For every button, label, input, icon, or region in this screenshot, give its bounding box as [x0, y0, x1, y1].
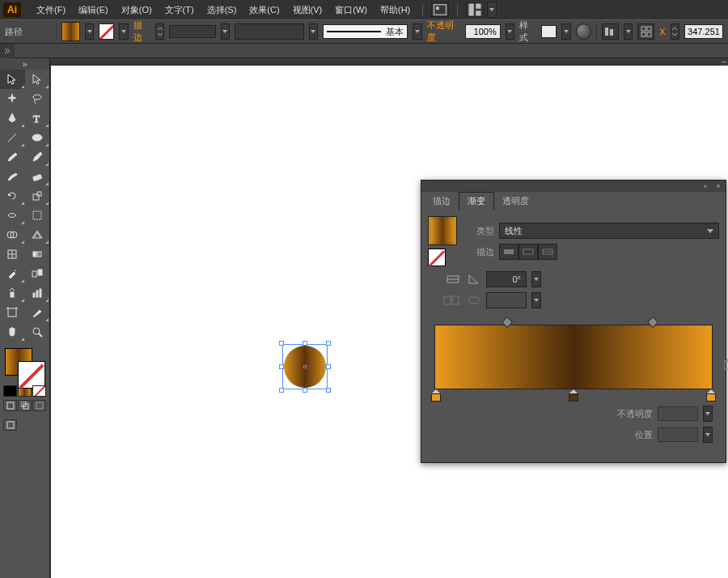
- gradient-stroke-preview[interactable]: [428, 249, 446, 266]
- handle-e[interactable]: [326, 364, 331, 369]
- handle-nw[interactable]: [279, 341, 284, 346]
- aspect-ratio-dropdown[interactable]: [531, 292, 541, 308]
- handle-s[interactable]: [303, 388, 307, 393]
- handle-n[interactable]: [303, 341, 307, 346]
- symbol-sprayer-tool[interactable]: [0, 283, 25, 303]
- zoom-tool[interactable]: [25, 322, 50, 342]
- stroke-indicator[interactable]: [18, 361, 45, 389]
- menu-type[interactable]: 文字(T): [159, 2, 200, 18]
- delete-stop-icon[interactable]: [722, 358, 728, 371]
- stroke-grad-along-icon[interactable]: [518, 244, 538, 260]
- ellipse-tool[interactable]: [25, 128, 50, 147]
- width-tool[interactable]: [0, 206, 25, 225]
- blend-tool[interactable]: [25, 264, 50, 283]
- stop-position-dropdown[interactable]: [703, 427, 713, 443]
- gradient-tool[interactable]: [25, 244, 50, 264]
- gradient-panel[interactable]: « × 描边 渐变 透明度 类型 线性 描边: [421, 180, 726, 463]
- line-tool[interactable]: [0, 128, 25, 147]
- stroke-swatch[interactable]: [99, 23, 114, 40]
- recolor-icon[interactable]: [576, 23, 591, 40]
- free-transform-tool[interactable]: [25, 206, 50, 225]
- paintbrush-tool[interactable]: [0, 147, 25, 167]
- gradient-angle-field[interactable]: 0°: [486, 271, 527, 287]
- hand-tool[interactable]: [0, 322, 25, 342]
- magic-wand-tool[interactable]: [0, 89, 25, 108]
- fill-swatch-dropdown[interactable]: [85, 23, 95, 40]
- handle-ne[interactable]: [326, 341, 331, 346]
- panel-close-icon[interactable]: ×: [714, 182, 722, 190]
- panel-tab-transparency[interactable]: 透明度: [494, 193, 537, 210]
- handle-se[interactable]: [326, 388, 331, 393]
- stroke-grad-across-icon[interactable]: [538, 244, 557, 260]
- stroke-weight-dropdown[interactable]: [221, 23, 231, 40]
- color-mode-none[interactable]: [32, 385, 46, 397]
- stroke-weight-steppers[interactable]: [155, 23, 165, 40]
- opacity-field[interactable]: 100%: [465, 24, 500, 39]
- opacity-label[interactable]: 不透明度: [427, 19, 461, 44]
- menu-help[interactable]: 帮助(H): [375, 2, 416, 18]
- artboard-tool[interactable]: [0, 303, 25, 322]
- brush-dropdown[interactable]: [413, 23, 422, 40]
- stop-opacity-dropdown[interactable]: [703, 406, 713, 422]
- eyedropper-tool[interactable]: [0, 264, 25, 283]
- scale-tool[interactable]: [25, 186, 50, 206]
- draw-behind-icon[interactable]: [18, 400, 32, 411]
- bridge-icon[interactable]: [431, 2, 449, 17]
- arrange-docs-icon[interactable]: [466, 2, 484, 17]
- color-mode-solid[interactable]: [3, 385, 17, 397]
- blob-brush-tool[interactable]: [0, 167, 25, 186]
- mesh-tool[interactable]: [0, 244, 25, 264]
- selected-shape[interactable]: [279, 341, 331, 393]
- stroke-label[interactable]: 描边: [133, 19, 150, 44]
- gradient-stop[interactable]: [706, 389, 716, 401]
- stroke-weight-field[interactable]: [169, 25, 215, 38]
- menu-object[interactable]: 对象(O): [116, 2, 158, 18]
- menu-edit[interactable]: 编辑(E): [73, 2, 114, 18]
- gradient-stop[interactable]: [569, 389, 578, 401]
- column-graph-tool[interactable]: [25, 283, 50, 303]
- eraser-tool[interactable]: [25, 167, 50, 186]
- direct-selection-tool[interactable]: [25, 70, 50, 89]
- draw-normal-icon[interactable]: [3, 400, 17, 411]
- lasso-tool[interactable]: [25, 89, 50, 108]
- panel-collapse-icon[interactable]: «: [701, 182, 709, 190]
- rotate-tool[interactable]: [0, 186, 25, 206]
- align-dropdown[interactable]: [624, 23, 633, 40]
- perspective-grid-tool[interactable]: [25, 225, 50, 244]
- collapse-side-icon[interactable]: [0, 44, 15, 58]
- menu-view[interactable]: 视图(V): [287, 2, 328, 18]
- gradient-stop[interactable]: [431, 389, 441, 401]
- toolbox-expand[interactable]: »: [0, 58, 49, 70]
- menu-file[interactable]: 文件(F): [31, 2, 71, 18]
- menu-effect[interactable]: 效果(C): [243, 2, 285, 18]
- stop-position-field[interactable]: [658, 427, 698, 442]
- fill-stroke-indicator[interactable]: [0, 345, 49, 384]
- angle-dropdown[interactable]: [531, 271, 541, 287]
- aspect-ratio-field[interactable]: [486, 292, 527, 308]
- fill-swatch[interactable]: [61, 22, 80, 41]
- style-label[interactable]: 样式: [519, 19, 536, 44]
- stop-opacity-field[interactable]: [658, 406, 698, 421]
- type-tool[interactable]: T: [25, 108, 50, 128]
- transform-icon[interactable]: [637, 23, 654, 40]
- graphic-style-dropdown[interactable]: [561, 23, 571, 40]
- center-point[interactable]: [303, 365, 307, 368]
- stroke-swatch-dropdown[interactable]: [119, 23, 129, 40]
- shape-builder-tool[interactable]: [0, 225, 25, 244]
- pencil-tool[interactable]: [25, 147, 50, 167]
- menu-select[interactable]: 选择(S): [201, 2, 243, 18]
- menu-window[interactable]: 窗口(W): [329, 2, 373, 18]
- gradient-bar[interactable]: [434, 325, 713, 389]
- graphic-style-swatch[interactable]: [541, 25, 557, 38]
- pen-tool[interactable]: [0, 108, 25, 128]
- align-icon[interactable]: [602, 23, 619, 40]
- var-width-dropdown[interactable]: [309, 23, 319, 40]
- arrange-docs-dropdown[interactable]: [487, 2, 497, 18]
- gradient-type-select[interactable]: 线性: [499, 223, 719, 239]
- coord-x-field[interactable]: 347.251: [684, 24, 723, 39]
- brush-definition[interactable]: 基本: [323, 24, 408, 39]
- handle-sw[interactable]: [279, 388, 284, 393]
- coord-x-steppers[interactable]: [671, 23, 680, 40]
- panel-tab-stroke[interactable]: 描边: [425, 193, 459, 210]
- draw-inside-icon[interactable]: [32, 400, 46, 411]
